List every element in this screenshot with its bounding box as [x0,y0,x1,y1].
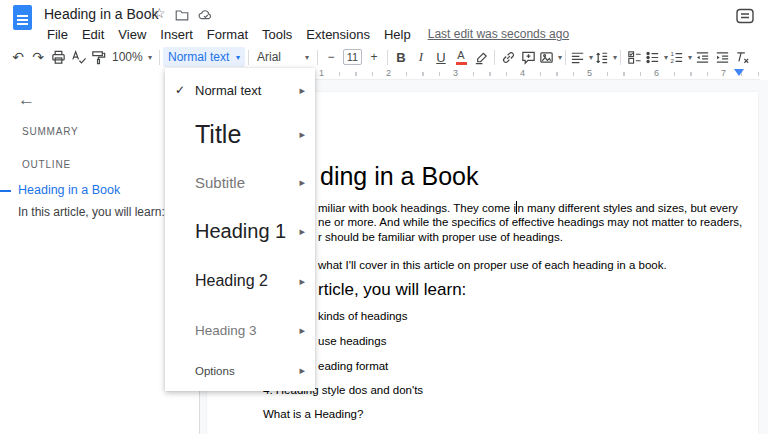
decrease-indent-icon [694,49,711,66]
summary-label: SUMMARY [22,126,79,137]
submenu-arrow-icon: ▸ [299,128,305,141]
check-icon: ✓ [175,83,185,97]
menu-tools[interactable]: Tools [255,27,299,42]
style-option-heading-1[interactable]: Heading 1 ▸ [165,206,315,256]
menu-format[interactable]: Format [200,27,255,42]
style-option-title[interactable]: Title ▸ [165,110,315,158]
toolbar-separator [317,50,318,65]
header: Heading in a Book ☆ File Edit View Inser… [0,0,768,46]
clear-formatting-icon [734,49,751,66]
decrease-font-size-button[interactable]: − [321,47,341,67]
insert-image-button[interactable]: ▾ [538,47,562,67]
doc-list-item: eading format [318,360,388,372]
menu-edit[interactable]: Edit [75,27,111,42]
print-button[interactable] [48,47,68,67]
checklist-button[interactable] [624,47,644,67]
outline-label: OUTLINE [22,159,71,170]
toolbar: ↶ ↷ 100%▾ Normal text▾ Arial▾ − 11 + B I… [0,46,768,68]
close-outline-button[interactable]: ← [18,90,35,110]
align-button[interactable]: ▾ [569,47,593,67]
bulleted-list-icon [644,49,661,66]
last-edit-link[interactable]: Last edit was seconds ago [428,27,569,41]
redo-button[interactable]: ↷ [28,47,48,67]
checklist-icon [626,49,643,66]
doc-list-item: use headings [318,335,386,347]
link-icon [500,49,517,66]
caret-down-icon: ▾ [558,53,562,62]
toolbar-separator [387,50,388,65]
menu-insert[interactable]: Insert [153,27,200,42]
line-spacing-icon [593,49,610,66]
underline-button[interactable]: U [431,47,451,67]
toolbar-separator [159,50,160,65]
comment-history-button[interactable] [734,6,756,26]
insert-link-button[interactable] [498,47,518,67]
style-option-normal-text[interactable]: ✓ Normal text ▸ [165,70,315,110]
paint-format-button[interactable] [88,47,108,67]
toolbar-separator [620,50,621,65]
style-option-options[interactable]: Options ▸ [165,354,315,387]
menu-bar: File Edit View Insert Format Tools Exten… [40,24,569,44]
doc-heading-fragment: ding in a Book [320,162,478,191]
font-select[interactable]: Arial▾ [252,47,314,67]
caret-down-icon: ▾ [236,53,240,62]
submenu-arrow-icon: ▸ [299,176,305,189]
bulleted-list-button[interactable]: ▾ [644,47,668,67]
submenu-arrow-icon: ▸ [299,324,305,337]
increase-font-size-button[interactable]: + [364,47,384,67]
clear-formatting-button[interactable] [732,47,752,67]
styles-select[interactable]: Normal text▾ [163,47,245,67]
toolbar-separator [565,50,566,65]
style-option-heading-3[interactable]: Heading 3 ▸ [165,306,315,354]
menu-extensions[interactable]: Extensions [299,27,377,42]
style-option-heading-2[interactable]: Heading 2 ▸ [165,256,315,306]
menu-view[interactable]: View [111,27,153,42]
document-title[interactable]: Heading in a Book [44,6,158,22]
font-size-input[interactable]: 11 [343,49,362,65]
bold-button[interactable]: B [391,47,411,67]
submenu-arrow-icon: ▸ [299,84,305,97]
comment-plus-icon [520,49,537,66]
undo-button[interactable]: ↶ [8,47,28,67]
google-docs-window: Heading in a Book ☆ File Edit View Inser… [0,0,768,434]
styles-dropdown-menu: ✓ Normal text ▸ Title ▸ Subtitle ▸ Headi… [165,68,315,391]
text-color-icon: A [456,50,467,65]
ruler-number: 6 [651,68,662,78]
menu-file[interactable]: File [40,27,75,42]
outline-item-article[interactable]: In this article, you will learn: [18,205,165,219]
star-icon[interactable]: ☆ [153,5,166,21]
increase-indent-icon [714,49,731,66]
active-outline-indicator [0,190,11,192]
menu-help[interactable]: Help [377,27,418,42]
image-icon [538,49,555,66]
submenu-arrow-icon: ▸ [299,364,305,377]
decrease-indent-button[interactable] [692,47,712,67]
text-color-button[interactable]: A [451,47,471,67]
ruler-number: 2 [383,68,394,78]
line-spacing-button[interactable]: ▾ [593,47,617,67]
style-option-subtitle[interactable]: Subtitle ▸ [165,158,315,206]
add-comment-button[interactable] [518,47,538,67]
print-icon [50,49,67,66]
submenu-arrow-icon: ▸ [299,275,305,288]
doc-list-item: What is a Heading? [263,408,363,420]
ruler-number: 7 [718,68,729,78]
svg-text:2: 2 [671,57,675,64]
submenu-arrow-icon: ▸ [299,225,305,238]
paint-roller-icon [90,49,107,66]
increase-indent-button[interactable] [712,47,732,67]
zoom-select[interactable]: 100%▾ [108,47,156,67]
comment-history-icon [735,7,755,25]
caret-down-icon: ▾ [148,53,152,62]
italic-button[interactable]: I [411,47,431,67]
svg-text:1: 1 [671,49,675,56]
numbered-list-button[interactable]: 12 ▾ [668,47,692,67]
highlight-icon [473,49,490,66]
right-indent-marker[interactable] [734,69,744,76]
docs-logo-icon[interactable] [13,5,32,30]
spellcheck-icon [70,49,87,66]
outline-item-heading[interactable]: Heading in a Book [18,183,120,197]
caret-down-icon: ▾ [305,53,309,62]
spellcheck-button[interactable] [68,47,88,67]
highlight-color-button[interactable] [471,47,491,67]
